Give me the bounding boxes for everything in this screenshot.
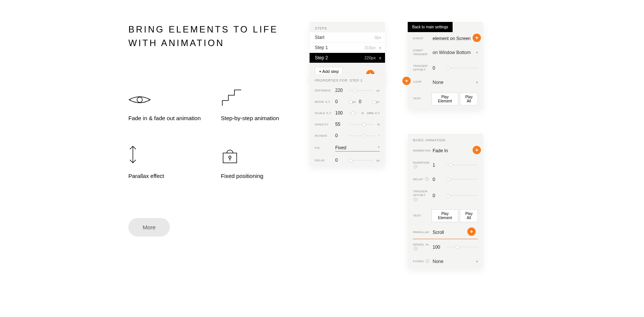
speed-label: SPEED, % ? [413, 243, 430, 251]
help-icon[interactable]: ? [414, 198, 418, 201]
parallax-row: PARALLAX Scroll + [413, 226, 478, 239]
speed-row: SPEED, % ? 100 [408, 239, 483, 255]
px-unit: px [376, 100, 379, 104]
opacity-row: OPACITY 55 % [310, 119, 385, 130]
plus-annotation-icon: + [467, 227, 476, 236]
move-y-slider[interactable] [372, 102, 373, 102]
arrows-vertical-icon [128, 145, 155, 164]
animation-label: ANIMATION [413, 149, 430, 153]
rotate-row: ROTATE 0 ° [310, 130, 385, 141]
trigger-offset-slider[interactable] [446, 195, 478, 196]
chevron-down-icon: ▾ [476, 260, 478, 263]
animation-row: ANIMATION Fade In + [408, 144, 483, 157]
delete-step-icon[interactable]: x [379, 56, 382, 60]
delay-slider[interactable] [349, 160, 374, 161]
delay-value[interactable]: 0 [335, 158, 346, 163]
event-panel: Back to main settings EVENT element on S… [408, 22, 483, 109]
fixing-label: FIXING ? [413, 259, 430, 263]
delay-row: DELAY ? 0 [408, 173, 483, 186]
feature-fade-label: Fade in & fade out animation [128, 114, 210, 123]
loop-select[interactable]: None ▾ [433, 80, 478, 85]
duration-value[interactable]: 1 [433, 162, 443, 168]
fixing-select[interactable]: None ▾ [433, 259, 478, 264]
step-row-start[interactable]: Start 0px [310, 32, 385, 43]
chevron-down-icon: ▾ [378, 145, 380, 150]
opacity-label: OPACITY [315, 123, 332, 126]
distance-slider[interactable] [349, 90, 374, 91]
test-label: TEST [413, 214, 428, 218]
step-row-1[interactable]: Step 1 310px x [310, 43, 385, 53]
play-element-button[interactable]: Play Element [431, 93, 458, 105]
step-row-2-selected[interactable]: Step 2 220px x [310, 53, 385, 63]
help-icon[interactable]: ? [425, 177, 429, 181]
opacity-slider[interactable] [349, 124, 374, 125]
fix-select[interactable]: Fixed ▾ [335, 144, 380, 152]
px-unit: px [377, 159, 380, 162]
distance-row: DISTANCE 220 px [310, 85, 385, 96]
heading-line-1: BRING ELEMENTS TO LIFE [128, 24, 278, 34]
delay-value[interactable]: 0 [433, 177, 443, 182]
back-button[interactable]: Back to main settings [408, 22, 453, 32]
basic-animation-panel: BASIC ANIMATION ANIMATION Fade In + DURA… [408, 134, 483, 268]
scale-slider[interactable] [349, 113, 358, 113]
px-unit: px [377, 89, 380, 92]
play-all-button[interactable]: Play All [460, 93, 478, 105]
duration-row: DURATION? 1 [408, 157, 483, 173]
play-element-button[interactable]: Play Element [431, 209, 458, 222]
chevron-down-icon: ▾ [476, 80, 478, 84]
distance-label: DISTANCE [315, 89, 332, 92]
test-row: TEST Play Element Play All [408, 89, 483, 109]
move-y-value[interactable]: 0 [359, 99, 369, 104]
test-row: TEST Play Element Play All [408, 206, 483, 226]
move-row: MOVE X,Y 0 px 0 px [310, 96, 385, 107]
rotate-value[interactable]: 0 [335, 133, 346, 138]
speed-value[interactable]: 100 [433, 244, 443, 250]
duration-slider[interactable] [446, 165, 478, 165]
move-x-value[interactable]: 0 [335, 99, 346, 104]
rotate-label: ROTATE [315, 134, 332, 138]
scale-value[interactable]: 100 [335, 110, 346, 116]
animation-value[interactable]: Fade In [433, 148, 478, 153]
start-trigger-label: START TRIGGER [413, 49, 430, 57]
distance-value[interactable]: 220 [335, 88, 346, 93]
trigger-offset-value[interactable]: 0 [433, 193, 443, 198]
step-px: 0px [374, 35, 381, 40]
delay-slider[interactable] [446, 179, 478, 179]
stairs-icon [221, 88, 247, 107]
play-all-button[interactable]: Play All [460, 209, 478, 222]
page-heading: BRING ELEMENTS TO LIFE WITH ANIMATION [128, 23, 302, 50]
loop-label: LOOP [413, 80, 430, 84]
help-icon[interactable]: ? [425, 259, 429, 263]
eye-icon [128, 88, 155, 107]
trigger-offset-value[interactable]: 0 [433, 65, 443, 71]
help-icon[interactable]: ? [414, 247, 418, 251]
delete-step-icon[interactable]: x [379, 45, 382, 50]
help-icon[interactable]: ? [414, 165, 418, 169]
speed-slider[interactable] [446, 247, 478, 247]
event-label: EVENT [413, 37, 430, 40]
trigger-offset-slider[interactable] [446, 68, 478, 68]
feature-parallax-label: Parallax effect [128, 172, 210, 181]
step-px: 310px [364, 45, 376, 50]
event-value[interactable]: element on Screen [433, 36, 478, 41]
start-trigger-select[interactable]: on Window Bottom ▾ [433, 50, 478, 55]
plus-annotation-icon: + [473, 34, 481, 42]
trigger-offset-label: TRIGGER OFFSET ? [413, 190, 430, 202]
feature-step-label: Step-by-step animation [221, 114, 302, 123]
loop-row: + LOOP None ▾ [408, 76, 483, 89]
opacity-value[interactable]: 55 [335, 122, 346, 127]
fix-label: FIX [315, 146, 332, 150]
more-button[interactable]: More [128, 218, 170, 237]
move-x-slider[interactable] [349, 102, 350, 102]
fixing-value: None [433, 259, 444, 264]
feature-step: Step-by-step animation [221, 88, 302, 123]
delay-row: DELAY 0 px [310, 155, 385, 166]
features-grid: Fade in & fade out animation Step-by-ste… [128, 88, 302, 180]
parallax-label: PARALLAX [413, 230, 430, 234]
fix-value: Fixed [335, 145, 346, 150]
properties-title: PROPERTIES FOR: STEP 2 [310, 74, 385, 85]
rotate-slider[interactable] [349, 136, 376, 136]
feature-fade: Fade in & fade out animation [128, 88, 210, 123]
event-row: EVENT element on Screen + [408, 32, 483, 45]
differ-xy-link[interactable]: Differ X,Y [367, 111, 380, 115]
